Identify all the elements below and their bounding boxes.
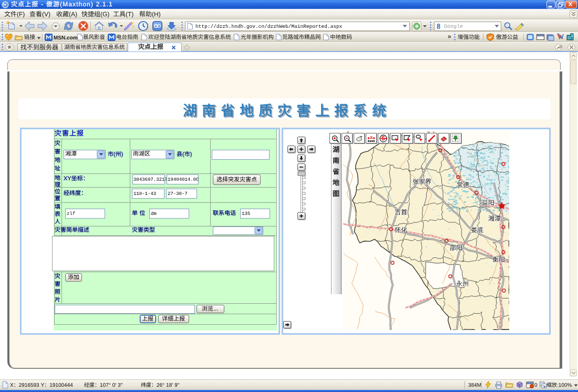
svg-text:?: ?	[370, 135, 373, 140]
svg-text:8: 8	[437, 23, 440, 30]
